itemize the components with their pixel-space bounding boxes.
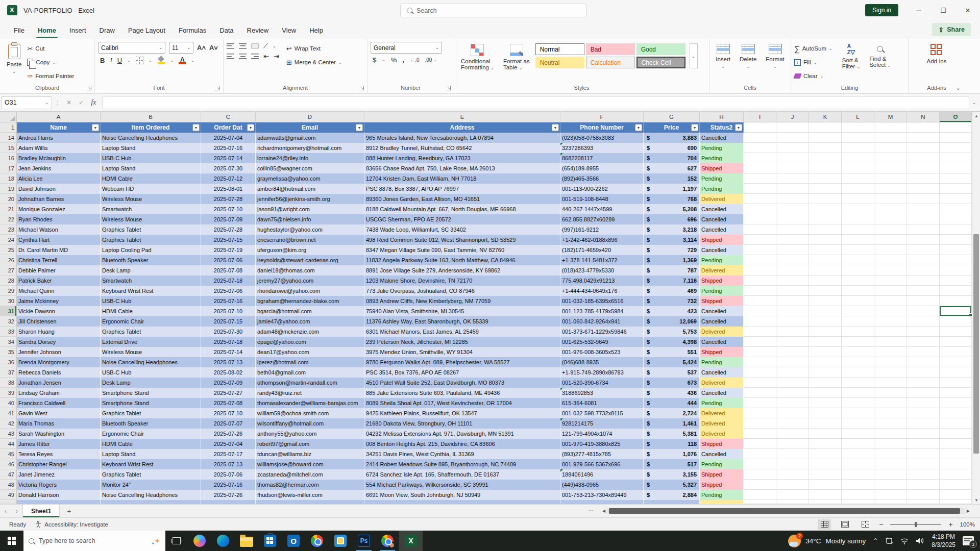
cell-F44[interactable]: 001-970-419-3880x825 [560, 439, 644, 449]
cell-F23[interactable]: (997)161-9212 [560, 224, 644, 235]
font-size-select[interactable]: 11⌄ [169, 42, 193, 54]
column-header-J[interactable]: J [776, 112, 809, 122]
cell-C41[interactable]: 2025-07-10 [201, 408, 256, 418]
empty-cell[interactable] [940, 122, 972, 133]
cell-B26[interactable]: Bluetooth Speaker [101, 255, 201, 265]
cell-I23[interactable] [744, 224, 776, 235]
cell-C35[interactable]: 2025-07-14 [201, 347, 256, 357]
cell-H21[interactable]: Cancelled [700, 204, 744, 214]
cell-K26[interactable] [809, 255, 842, 265]
cell-N39[interactable] [907, 388, 940, 398]
cell-D35[interactable]: dean17@yahoo.com [256, 347, 364, 357]
cell-D49[interactable]: fhudson@lewis-miller.com [256, 490, 364, 500]
cell-L44[interactable] [842, 439, 874, 449]
cell-I34[interactable] [744, 337, 776, 347]
cell-A43[interactable]: Sarah Washington [17, 429, 101, 439]
cell-A31[interactable]: Vickie Dawson [17, 306, 101, 316]
cell-C18[interactable]: 2025-07-12 [201, 173, 256, 184]
cell-H41[interactable]: Delivered [700, 408, 744, 418]
cell-E24[interactable]: 498 Reid Common Suite 012, West Shannonp… [364, 235, 560, 245]
cell-D29[interactable]: rhondarowe@yahoo.com [256, 286, 364, 296]
cell-K16[interactable] [809, 153, 842, 163]
confirm-entry-icon[interactable]: ✓ [76, 99, 87, 106]
cell-K35[interactable] [809, 347, 842, 357]
taskbar-app-capture-tool[interactable] [329, 531, 352, 551]
cell-L21[interactable] [842, 204, 874, 214]
cell-C45[interactable]: 2025-07-17 [201, 449, 256, 459]
row-header-43[interactable]: 43 [0, 429, 17, 439]
cell-B14[interactable]: Noise Cancelling Headphones [101, 133, 201, 143]
cell-E45[interactable]: 34251 Davis Pines, West Cynthia, IL 3136… [364, 449, 560, 459]
prev-sheet-arrow[interactable]: ‹ [0, 508, 11, 515]
cell-E19[interactable]: PSC 8878, Box 3387, APO AP 76997 [364, 184, 560, 194]
cell-I45[interactable] [744, 449, 776, 459]
clipboard-dialog-launcher[interactable] [87, 86, 91, 90]
decrease-decimal-button[interactable]: .00→ [425, 57, 437, 63]
select-all-corner[interactable] [0, 112, 17, 122]
cell-M23[interactable] [874, 224, 907, 235]
row-header-36[interactable]: 36 [0, 357, 17, 367]
row-header-30[interactable]: 30 [0, 296, 17, 306]
ribbon-tab-draw[interactable]: Draw [93, 22, 121, 39]
partial-cell[interactable] [744, 500, 776, 504]
cell-A34[interactable]: Sandra Dorsey [17, 337, 101, 347]
cell-F37[interactable]: +1-915-749-2890x86783 [560, 367, 644, 378]
cell-I46[interactable] [744, 459, 776, 469]
cell-F41[interactable]: 001-032-598-7732x8115 [560, 408, 644, 418]
empty-cell[interactable] [776, 122, 809, 133]
partial-cell[interactable] [364, 500, 560, 504]
cell-F28[interactable]: 775.498.0429x91213 [560, 276, 644, 286]
cell-N42[interactable] [907, 418, 940, 429]
cell-H36[interactable]: Pending [700, 357, 744, 367]
cell-K18[interactable] [809, 173, 842, 184]
cell-A21[interactable]: Monique Gonzalez [17, 204, 101, 214]
cell-D45[interactable]: tduncan@williams.biz [256, 449, 364, 459]
filter-dropdown-icon[interactable]: ▼ [247, 124, 254, 131]
row-header-38[interactable]: 38 [0, 378, 17, 388]
cell-F38[interactable]: 001-520-390-6734 [560, 378, 644, 388]
cell-K40[interactable] [809, 398, 842, 408]
cell-M25[interactable] [874, 245, 907, 255]
cell-F20[interactable]: 001-519-108-8448 [560, 194, 644, 204]
cell-O43[interactable] [940, 429, 972, 439]
cell-D28[interactable]: jeremy27@yahoo.com [256, 276, 364, 286]
sign-in-button[interactable]: Sign in [865, 4, 898, 16]
cell-B44[interactable]: HDMI Cable [101, 439, 201, 449]
cell-A28[interactable]: Patrick Baker [17, 276, 101, 286]
cell-J38[interactable] [776, 378, 809, 388]
cell-J37[interactable] [776, 367, 809, 378]
cell-F43[interactable]: 121-799-4904x1074 [560, 429, 644, 439]
cell-I31[interactable] [744, 306, 776, 316]
cell-I21[interactable] [744, 204, 776, 214]
cell-O14[interactable] [940, 133, 972, 143]
cell-J29[interactable] [776, 286, 809, 296]
cell-J30[interactable] [776, 296, 809, 306]
ribbon-tab-insert[interactable]: Insert [63, 22, 93, 39]
cell-F17[interactable]: (654)189-8955 [560, 163, 644, 173]
cell-G35[interactable]: $551 [644, 347, 700, 357]
cell-O19[interactable] [940, 184, 972, 194]
cell-A44[interactable]: James Ritter [17, 439, 101, 449]
cell-F36[interactable]: (046)688-8935 [560, 357, 644, 367]
cell-K32[interactable] [809, 316, 842, 327]
cell-E26[interactable]: 11832 Angela Parkway Suite 163, North Ma… [364, 255, 560, 265]
row-header-21[interactable]: 21 [0, 204, 17, 214]
page-layout-view-button[interactable] [838, 519, 851, 530]
cell-L17[interactable] [842, 163, 874, 173]
cell-K21[interactable] [809, 204, 842, 214]
cell-K30[interactable] [809, 296, 842, 306]
row-header-25[interactable]: 25 [0, 245, 17, 255]
cell-K23[interactable] [809, 224, 842, 235]
cell-B16[interactable]: USB-C Hub [101, 153, 201, 163]
cell-O44[interactable] [940, 439, 972, 449]
underline-button[interactable]: U [117, 57, 122, 64]
cell-F46[interactable]: 001-929-566-5367x696 [560, 459, 644, 469]
cell-G37[interactable]: $537 [644, 367, 700, 378]
cell-O27[interactable] [940, 265, 972, 276]
italic-button[interactable]: I [110, 56, 112, 64]
cell-G44[interactable]: $118 [644, 439, 700, 449]
cell-style-calculation[interactable]: Calculation [586, 57, 635, 68]
cell-E33[interactable]: 6301 Michael Manors, East James, AL 2545… [364, 327, 560, 337]
empty-cell[interactable] [907, 122, 940, 133]
cell-E17[interactable]: 83656 Chase Road Apt. 750, Lake Rose, MA… [364, 163, 560, 173]
